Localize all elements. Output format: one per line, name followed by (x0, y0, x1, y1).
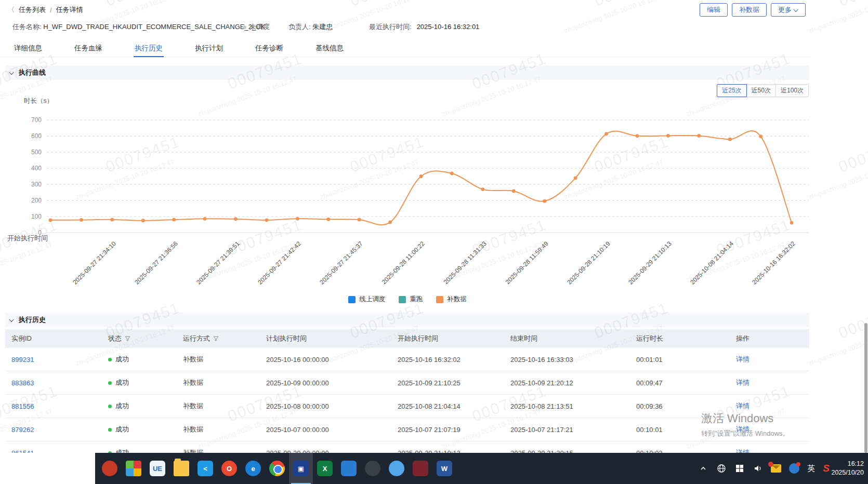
data-point[interactable] (234, 217, 238, 221)
data-point[interactable] (296, 217, 299, 221)
detail-link[interactable]: 详情 (736, 425, 749, 433)
word-icon[interactable]: W (432, 453, 456, 484)
filter-icon[interactable] (213, 336, 219, 342)
tray-message-icon[interactable] (789, 463, 799, 474)
legend-label: 重跑 (410, 295, 423, 304)
chrome-icon[interactable] (265, 453, 289, 484)
start-time-cell: 2025-10-07 21:07:19 (398, 426, 510, 434)
x-axis-title: 开始执行时间 (7, 234, 48, 243)
detail-link[interactable]: 详情 (736, 402, 749, 410)
legend-rerun[interactable]: 重跑 (399, 295, 423, 304)
breadcrumb-task-list[interactable]: 任务列表 (19, 5, 46, 15)
duration-cell: 00:10:02 (636, 449, 736, 453)
data-point[interactable] (326, 218, 330, 221)
platform-app-icon[interactable]: ▣ (289, 453, 313, 484)
data-point[interactable] (141, 219, 145, 222)
detail-link[interactable]: 详情 (736, 379, 749, 386)
chrome-icon-glyph (269, 461, 285, 476)
data-point[interactable] (636, 134, 639, 138)
tab-baseline[interactable]: 基线信息 (314, 41, 345, 57)
legend-online-schedule[interactable]: 线上调度 (348, 295, 385, 304)
data-point[interactable] (481, 187, 484, 191)
edge-blue-icon-glyph: e (245, 461, 261, 476)
planned-time-cell: 2025-10-16 00:00:00 (266, 356, 398, 364)
tray-sogou-icon[interactable]: S (823, 463, 830, 474)
data-point[interactable] (358, 218, 361, 221)
data-point[interactable] (388, 220, 392, 224)
start-time-cell: 2025-10-09 21:10:25 (398, 379, 510, 387)
tray-network-globe-icon[interactable] (716, 463, 727, 474)
tray-windows-icon[interactable] (734, 463, 745, 474)
red-app-icon[interactable] (98, 453, 122, 484)
data-point[interactable] (728, 138, 732, 141)
section-execution-history[interactable]: 执行历史 (5, 313, 809, 327)
excel-icon[interactable]: X (313, 453, 337, 484)
data-point[interactable] (604, 132, 608, 136)
tab-diagnosis[interactable]: 任务诊断 (254, 41, 284, 57)
more-button[interactable]: 更多 (771, 3, 806, 17)
data-point[interactable] (666, 134, 670, 138)
detail-link[interactable]: 详情 (736, 355, 749, 363)
vscode-icon[interactable]: < (193, 453, 217, 484)
backfill-button-label: 补数据 (739, 5, 759, 15)
tab-lineage[interactable]: 任务血缘 (73, 41, 103, 57)
edit-button[interactable]: 编辑 (700, 3, 728, 17)
data-point[interactable] (49, 218, 52, 222)
filter-icon[interactable] (125, 336, 130, 342)
tab-exec-plan[interactable]: 执行计划 (194, 41, 224, 57)
dark-globe-icon[interactable] (361, 453, 385, 484)
more-button-label: 更多 (778, 5, 792, 15)
instance-id-link[interactable]: 881556 (11, 402, 34, 410)
planned-time-cell: 2025-09-29 00:00:00 (266, 449, 398, 453)
detail-link[interactable]: 详情 (736, 449, 749, 453)
collapse-chevron-icon[interactable] (9, 70, 14, 75)
data-point[interactable] (110, 218, 114, 221)
tray-speaker-icon[interactable] (753, 463, 763, 474)
tab-exec-history[interactable]: 执行历史 (134, 41, 164, 57)
y-tick-label: 300 (0, 181, 42, 188)
dark-globe-icon-glyph (365, 461, 380, 476)
data-point[interactable] (265, 218, 269, 222)
blue-app-icon-glyph (341, 461, 357, 476)
data-point[interactable] (80, 218, 83, 222)
file-explorer-icon[interactable] (169, 453, 193, 484)
windows-taskbar: UE<Oe▣XW 英 S 16:12 2025/10/20 (0, 453, 868, 484)
edge-blue-icon[interactable]: e (241, 453, 265, 484)
instance-id-link[interactable]: 879262 (11, 426, 34, 434)
backfill-button[interactable]: 补数据 (732, 3, 767, 17)
instance-id-link[interactable]: 899231 (11, 356, 34, 364)
data-point[interactable] (450, 172, 454, 176)
lightblue-app-icon[interactable] (385, 453, 409, 484)
data-point[interactable] (512, 190, 516, 193)
data-point[interactable] (172, 218, 176, 221)
duration-cell: 00:09:47 (636, 379, 736, 387)
data-point[interactable] (574, 177, 577, 180)
taskbar-search-input[interactable] (0, 453, 95, 484)
red-ring-icon[interactable]: O (217, 453, 241, 484)
data-point[interactable] (790, 221, 794, 225)
legend-backfill[interactable]: 补数据 (436, 295, 467, 304)
data-point[interactable] (419, 174, 423, 178)
data-point[interactable] (697, 134, 701, 138)
instance-id-link[interactable]: 883863 (11, 379, 34, 387)
tray-chevron-up-icon[interactable] (698, 463, 708, 474)
range-last-25-button[interactable]: 近25次 (717, 84, 746, 97)
tray-ime-indicator[interactable]: 英 (807, 464, 815, 474)
ultraedit-icon[interactable]: UE (146, 453, 169, 484)
pinwheel-icon[interactable] (122, 453, 146, 484)
collapse-chevron-icon[interactable] (9, 317, 14, 322)
back-icon[interactable]: 〈 (8, 5, 15, 15)
data-point[interactable] (543, 199, 546, 203)
vertical-scrollbar[interactable] (864, 323, 867, 453)
data-point[interactable] (203, 217, 207, 221)
taskbar-clock[interactable]: 16:12 2025/10/20 (831, 453, 864, 484)
blue-app-icon[interactable] (337, 453, 361, 484)
tray-mail-icon[interactable] (771, 464, 781, 473)
pinwheel-icon-glyph (126, 461, 141, 476)
legend-label: 线上调度 (359, 295, 385, 304)
darkred-app-icon[interactable] (409, 453, 432, 484)
data-point[interactable] (759, 135, 762, 138)
last-run-label: 最近执行时间: (369, 23, 412, 31)
instance-id-link[interactable]: 861541 (11, 449, 34, 453)
tab-detail-info[interactable]: 详细信息 (13, 41, 43, 57)
